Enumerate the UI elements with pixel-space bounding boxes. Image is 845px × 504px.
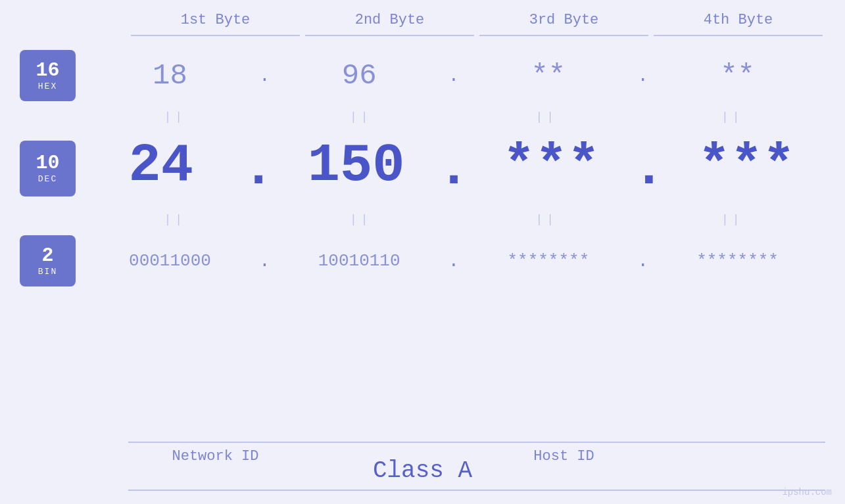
equals-row-2: || || || || <box>20 208 825 231</box>
bin-dot1: . <box>259 251 270 271</box>
bin-dot3: . <box>637 251 648 271</box>
network-underline <box>128 442 302 443</box>
dec-dot3: . <box>633 143 665 196</box>
eq2-b3: || <box>454 213 640 226</box>
eq1-b4: || <box>640 110 826 124</box>
eq2-b2: || <box>268 213 454 226</box>
dec-byte4-cell: *** <box>667 135 825 196</box>
data-section: 16 HEX 18 . 96 . ** . ** <box>20 46 825 290</box>
bin-byte1-value: 00011000 <box>129 251 211 271</box>
class-a-label: Class A <box>0 457 845 484</box>
hex-byte3-value: ** <box>531 59 566 92</box>
dec-byte1-value: 24 <box>129 135 193 196</box>
byte1-header: 1st Byte <box>131 12 300 36</box>
hex-dot3: . <box>637 66 648 86</box>
eq1-b3: || <box>454 110 640 124</box>
hex-byte1-value: 18 <box>153 59 187 92</box>
dec-badge-number: 10 <box>36 153 59 173</box>
hex-dot1: . <box>259 66 270 86</box>
eq2-b4: || <box>640 213 826 226</box>
dec-byte2-value: 150 <box>308 135 405 196</box>
hex-badge-label: HEX <box>38 81 57 91</box>
dec-row-cells: 24 . 150 . *** . *** <box>82 135 825 202</box>
bin-dot2: . <box>448 251 460 271</box>
dec-byte1-cell: 24 <box>82 135 240 196</box>
byte3-header: 3rd Byte <box>479 12 648 36</box>
dec-byte2-cell: 150 <box>278 135 435 196</box>
bin-badge-label: BIN <box>38 267 57 277</box>
hex-dot2: . <box>448 66 460 86</box>
bin-byte4-cell: ******** <box>650 251 825 271</box>
eq2-b1: || <box>82 213 268 226</box>
hex-byte3-cell: ** <box>460 59 636 92</box>
hex-byte1-cell: 18 <box>82 59 258 92</box>
dec-badge-label: DEC <box>38 174 57 184</box>
eq1-b1: || <box>82 110 268 124</box>
equals-row-1: || || || || <box>20 105 825 129</box>
dec-badge: 10 DEC <box>20 141 76 196</box>
dec-byte3-value: *** <box>503 135 600 196</box>
hex-row-cells: 18 . 96 . ** . ** <box>82 59 825 92</box>
hex-byte4-value: ** <box>720 59 755 92</box>
byte2-header: 2nd Byte <box>305 12 474 36</box>
hex-byte2-cell: 96 <box>272 59 447 92</box>
bin-byte3-value: ******** <box>507 251 589 271</box>
hex-badge: 16 HEX <box>20 50 76 101</box>
underline-row <box>128 442 825 443</box>
dec-byte4-value: *** <box>698 135 795 196</box>
page-background: 1st Byte 2nd Byte 3rd Byte 4th Byte 16 H… <box>0 0 845 504</box>
watermark: ipshu.com <box>782 487 832 497</box>
byte4-header: 4th Byte <box>654 12 823 36</box>
bin-byte2-cell: 10010110 <box>272 251 447 271</box>
dec-byte3-cell: *** <box>473 135 631 196</box>
dec-data-row: 10 DEC 24 . 150 . *** . *** <box>20 129 825 208</box>
dec-dot1: . <box>243 143 275 196</box>
bin-byte4-value: ******** <box>696 251 779 271</box>
bin-badge-number: 2 <box>41 246 53 265</box>
hex-byte2-value: 96 <box>342 59 377 92</box>
bin-row-cells: 00011000 . 10010110 . ******** . *******… <box>82 251 825 271</box>
bin-byte1-cell: 00011000 <box>82 251 258 271</box>
outer-bracket <box>128 490 825 491</box>
bin-badge: 2 BIN <box>20 235 76 286</box>
bin-data-row: 2 BIN 00011000 . 10010110 . ******** . *… <box>20 231 825 290</box>
hex-badge-number: 16 <box>36 60 59 80</box>
dec-dot2: . <box>437 143 470 196</box>
hex-byte4-cell: ** <box>650 59 825 92</box>
byte-headers: 1st Byte 2nd Byte 3rd Byte 4th Byte <box>128 12 825 36</box>
hex-data-row: 16 HEX 18 . 96 . ** . ** <box>20 46 825 105</box>
eq1-b2: || <box>268 110 454 124</box>
bin-byte3-cell: ******** <box>460 251 636 271</box>
host-underline <box>302 442 825 443</box>
bin-byte2-value: 10010110 <box>318 251 400 271</box>
